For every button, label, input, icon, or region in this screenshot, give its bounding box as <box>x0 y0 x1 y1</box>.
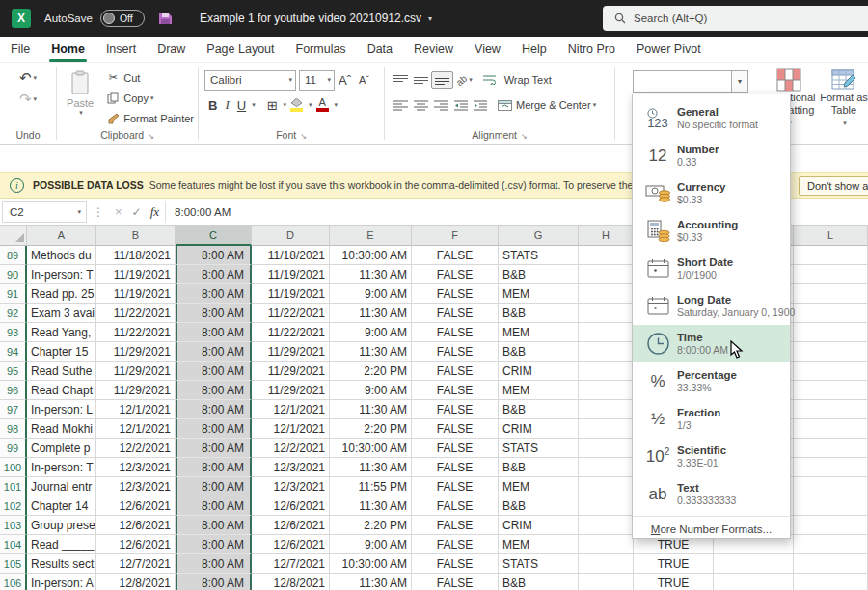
cell-C89[interactable]: 8:00 AM <box>176 246 252 265</box>
format-option-text[interactable]: abText0.333333333 <box>633 475 790 513</box>
column-header-D[interactable]: D <box>252 226 330 246</box>
format-option-general[interactable]: 123GeneralNo specific format <box>633 99 790 137</box>
borders-button[interactable]: ⊞ <box>263 97 282 114</box>
cell-L92[interactable] <box>794 304 868 323</box>
cell-I105[interactable]: TRUE <box>634 554 714 574</box>
cell-F93[interactable]: FALSE <box>412 323 499 342</box>
cell-C106[interactable]: 8:00 AM <box>176 574 252 590</box>
cell-E98[interactable]: 2:20 PM <box>330 419 412 439</box>
cell-H97[interactable] <box>579 400 634 419</box>
cell-D100[interactable]: 12/3/2021 <box>252 458 330 477</box>
cell-B103[interactable]: 12/6/2021 <box>96 516 176 535</box>
row-header-102[interactable]: 102 <box>0 496 27 516</box>
tab-view[interactable]: View <box>464 39 511 60</box>
cell-D90[interactable]: 11/19/2021 <box>252 265 330 284</box>
cell-C98[interactable]: 8:00 AM <box>176 419 252 439</box>
cell-B105[interactable]: 12/7/2021 <box>96 554 176 574</box>
cell-E100[interactable]: 11:30 AM <box>330 458 412 477</box>
row-header-99[interactable]: 99 <box>0 439 27 458</box>
cell-A101[interactable]: Journal entr <box>27 477 96 496</box>
cell-A90[interactable]: In-person: T <box>27 265 96 284</box>
cell-D106[interactable]: 12/8/2021 <box>252 574 330 590</box>
cell-D92[interactable]: 11/22/2021 <box>252 304 330 323</box>
format-option-long-date[interactable]: Long DateSaturday, January 0, 1900 <box>633 287 790 325</box>
cell-E106[interactable]: 11:30 AM <box>330 574 412 590</box>
cell-G96[interactable]: MEM <box>499 381 579 400</box>
cell-C96[interactable]: 8:00 AM <box>176 381 252 400</box>
combobox-arrow-icon[interactable]: ▾ <box>731 71 747 92</box>
cell-D97[interactable]: 12/1/2021 <box>252 400 330 419</box>
cell-A94[interactable]: Chapter 15 <box>27 342 96 362</box>
decrease-indent-button[interactable] <box>451 97 471 113</box>
cell-F91[interactable]: FALSE <box>412 284 499 304</box>
cell-B102[interactable]: 12/6/2021 <box>96 496 176 516</box>
cell-H103[interactable] <box>579 516 634 535</box>
more-number-formats-item[interactable]: More Number Formats... <box>633 516 790 541</box>
cell-G101[interactable]: MEM <box>499 477 579 496</box>
cell-B91[interactable]: 11/19/2021 <box>96 284 176 304</box>
cell-F101[interactable]: FALSE <box>412 477 499 496</box>
align-top-button[interactable] <box>391 72 411 88</box>
row-header-104[interactable]: 104 <box>0 535 27 554</box>
cell-F90[interactable]: FALSE <box>412 265 499 284</box>
enter-icon[interactable]: ✓ <box>127 205 147 219</box>
cell-E89[interactable]: 10:30:00 AM <box>330 246 412 265</box>
font-color-button[interactable]: A <box>312 97 333 113</box>
cell-B89[interactable]: 11/18/2021 <box>96 246 176 265</box>
cell-E104[interactable]: 9:00 AM <box>330 535 412 554</box>
cell-D94[interactable]: 11/29/2021 <box>252 342 330 362</box>
cell-F97[interactable]: FALSE <box>412 400 499 419</box>
dont-show-again-button[interactable]: Don't show a <box>799 176 868 196</box>
cell-C90[interactable]: 8:00 AM <box>176 265 252 284</box>
wrap-text-button[interactable]: Wrap Text <box>483 74 552 87</box>
align-middle-button[interactable] <box>411 72 431 88</box>
column-header-G[interactable]: G <box>499 226 579 246</box>
cell-E92[interactable]: 11:30 AM <box>330 304 412 323</box>
row-header-97[interactable]: 97 <box>0 400 27 419</box>
row-header-89[interactable]: 89 <box>0 246 27 265</box>
cell-A99[interactable]: Complete p <box>27 439 96 458</box>
cell-G100[interactable]: B&B <box>499 458 579 477</box>
tab-power-pivot[interactable]: Power Pivot <box>626 39 712 60</box>
row-header-101[interactable]: 101 <box>0 477 27 496</box>
save-icon[interactable] <box>158 12 173 26</box>
document-title[interactable]: Example 1 for youtube video 20210912.csv… <box>200 12 432 25</box>
cell-D95[interactable]: 11/29/2021 <box>252 362 330 381</box>
cell-G90[interactable]: B&B <box>499 265 579 284</box>
cell-E97[interactable]: 11:30 AM <box>330 400 412 419</box>
tab-nitro-pro[interactable]: Nitro Pro <box>557 39 626 60</box>
cell-E95[interactable]: 2:20 PM <box>330 362 412 381</box>
cell-J106[interactable] <box>714 574 794 590</box>
format-option-percentage[interactable]: %Percentage33.33% <box>633 362 790 400</box>
fill-color-button[interactable] <box>286 97 307 113</box>
cell-B101[interactable]: 12/3/2021 <box>96 477 176 496</box>
cell-E101[interactable]: 11:55 PM <box>330 477 412 496</box>
row-header-96[interactable]: 96 <box>0 381 27 400</box>
cell-F102[interactable]: FALSE <box>412 496 499 516</box>
cell-A100[interactable]: In-person: T <box>27 458 96 477</box>
cell-D93[interactable]: 11/22/2021 <box>252 323 330 342</box>
cell-E90[interactable]: 11:30 AM <box>330 265 412 284</box>
cell-H100[interactable] <box>579 458 634 477</box>
row-header-98[interactable]: 98 <box>0 419 27 439</box>
cell-F94[interactable]: FALSE <box>412 342 499 362</box>
cell-D89[interactable]: 11/18/2021 <box>252 246 330 265</box>
cell-I106[interactable]: TRUE <box>634 574 714 590</box>
cell-C102[interactable]: 8:00 AM <box>176 496 252 516</box>
cell-B94[interactable]: 11/29/2021 <box>96 342 176 362</box>
cell-A89[interactable]: Methods du <box>27 246 96 265</box>
cell-D103[interactable]: 12/6/2021 <box>252 516 330 535</box>
cell-C91[interactable]: 8:00 AM <box>176 284 252 304</box>
formula-bar-handle[interactable]: ⋮ <box>93 205 104 219</box>
cell-D91[interactable]: 11/19/2021 <box>252 284 330 304</box>
tab-home[interactable]: Home <box>41 39 95 60</box>
row-header-91[interactable]: 91 <box>0 284 27 304</box>
cell-E91[interactable]: 9:00 AM <box>330 284 412 304</box>
cell-B97[interactable]: 12/1/2021 <box>96 400 176 419</box>
cell-L94[interactable] <box>794 342 868 362</box>
italic-button[interactable]: I <box>221 96 232 114</box>
format-option-short-date[interactable]: Short Date1/0/1900 <box>633 250 790 287</box>
cell-B106[interactable]: 12/8/2021 <box>96 574 176 590</box>
row-header-95[interactable]: 95 <box>0 362 27 381</box>
cell-F96[interactable]: FALSE <box>412 381 499 400</box>
